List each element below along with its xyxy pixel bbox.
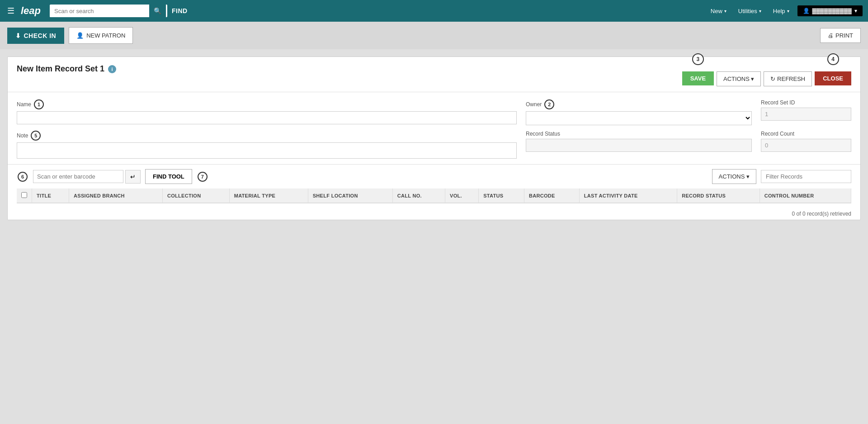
find-tool-button[interactable]: FIND TOOL [145, 169, 192, 184]
col-barcode: BARCODE [524, 188, 579, 203]
print-label: 🖨 PRINT [828, 32, 853, 39]
card-header: New Item Record Set 1 i 3 SAVE ACTIONS ▾… [8, 57, 860, 92]
record-status-label: Record Status [526, 131, 752, 137]
print-button[interactable]: 🖨 PRINT [820, 28, 861, 43]
topnav: ☰ leap 🔍 FIND New ▾ Utilities ▾ Help ▾ 👤… [0, 0, 868, 22]
search-button[interactable]: 🔍 [149, 5, 166, 17]
col-title: TITLE [32, 188, 69, 203]
record-set-id-label: Record Set ID [761, 99, 851, 106]
col-last-activity-date: LAST ACTIVITY DATE [579, 188, 677, 203]
new-arrow-icon: ▾ [724, 9, 726, 14]
barcode-badge: 6 [18, 172, 28, 182]
col-record-status: RECORD STATUS [677, 188, 760, 203]
toolbar-right: 🖨 PRINT [820, 28, 861, 43]
barcode-wrap: 6 ↵ [33, 170, 141, 184]
app-logo: leap [21, 5, 41, 17]
record-status-group: Record Status [526, 131, 752, 159]
name-field-group: Name 1 [17, 99, 517, 125]
save-button[interactable]: SAVE [682, 71, 714, 85]
note-textarea[interactable] [17, 142, 517, 159]
col-vol: VOL. [445, 188, 479, 203]
find-tool-wrap: FIND TOOL 7 [145, 169, 192, 184]
note-label-text: Note [17, 132, 28, 139]
barcode-enter-button[interactable]: ↵ [125, 170, 141, 184]
find-tool-badge: 7 [198, 172, 208, 182]
table-actions-button[interactable]: ACTIONS ▾ [712, 169, 756, 184]
toolbar: ⬇ CHECK IN 👤 NEW PATRON 🖨 PRINT [0, 22, 868, 49]
user-menu-button[interactable]: 👤 ▓▓▓▓▓▓▓▓▓▓ ▾ [797, 5, 863, 16]
utilities-arrow-icon: ▾ [759, 9, 761, 14]
new-patron-label: NEW PATRON [86, 32, 125, 39]
refresh-button[interactable]: ↻ REFRESH [764, 71, 812, 86]
table-toolbar: 6 ↵ FIND TOOL 7 ACTIONS ▾ [8, 164, 860, 188]
name-input[interactable] [17, 111, 517, 124]
checkin-label: CHECK IN [24, 32, 57, 39]
record-count-input: 0 [761, 139, 851, 152]
filter-input[interactable] [761, 170, 851, 183]
refresh-btn-wrap: ↻ REFRESH [764, 66, 812, 86]
user-label: ▓▓▓▓▓▓▓▓▓▓ [812, 8, 852, 14]
record-set-id-group: Record Set ID 1 [761, 99, 851, 125]
close-button[interactable]: CLOSE [815, 71, 851, 85]
col-material-type: MATERIAL TYPE [229, 188, 308, 203]
col-assigned-branch: ASSIGNED BRANCH [69, 188, 163, 203]
records-info: 0 of 0 record(s) retrieved [8, 208, 860, 220]
new-patron-button[interactable]: 👤 NEW PATRON [69, 27, 133, 44]
name-label-text: Name [17, 101, 31, 108]
col-call-no: CALL NO. [392, 188, 445, 203]
actions-btn-wrap: ACTIONS ▾ [717, 66, 761, 86]
form-row-1: Name 1 Owner 2 Record Set ID 1 [8, 92, 860, 131]
record-status-input [526, 139, 752, 152]
record-set-id-input[interactable]: 1 [761, 108, 851, 121]
note-field-group: Note 5 [17, 131, 517, 159]
close-badge-group: 4 CLOSE [815, 66, 851, 85]
col-control-number: CONTROL NUMBER [760, 188, 851, 203]
owner-field-group: Owner 2 [526, 99, 752, 125]
col-shelf-location: SHELF LOCATION [308, 188, 392, 203]
select-all-checkbox[interactable] [21, 192, 27, 198]
actions-button[interactable]: ACTIONS ▾ [717, 71, 761, 86]
table-header-row: TITLE ASSIGNED BRANCH COLLECTION MATERIA… [17, 188, 851, 203]
utilities-label: Utilities [738, 8, 757, 14]
col-checkbox [17, 188, 32, 203]
patron-icon: 👤 [76, 32, 84, 39]
card-title-text: New Item Record Set 1 [17, 64, 104, 74]
badge-4: 4 [827, 53, 839, 65]
table-toolbar-right: ACTIONS ▾ [712, 169, 851, 184]
note-label: Note 5 [17, 131, 517, 141]
hamburger-icon[interactable]: ☰ [5, 4, 16, 18]
new-menu-button[interactable]: New ▾ [707, 6, 730, 16]
main-content: New Item Record Set 1 i 3 SAVE ACTIONS ▾… [0, 49, 868, 227]
owner-label: Owner 2 [526, 99, 752, 109]
items-table: TITLE ASSIGNED BRANCH COLLECTION MATERIA… [17, 188, 851, 203]
table-wrap: TITLE ASSIGNED BRANCH COLLECTION MATERIA… [8, 188, 860, 208]
search-wrap: 🔍 [50, 5, 167, 17]
help-menu-button[interactable]: Help ▾ [769, 6, 793, 16]
search-input[interactable] [50, 5, 149, 17]
record-set-card: New Item Record Set 1 i 3 SAVE ACTIONS ▾… [7, 57, 861, 220]
table-head: TITLE ASSIGNED BRANCH COLLECTION MATERIA… [17, 188, 851, 203]
new-label: New [711, 8, 722, 14]
help-arrow-icon: ▾ [787, 9, 789, 14]
find-button[interactable]: FIND [172, 7, 188, 14]
owner-label-text: Owner [526, 101, 542, 108]
record-count-label: Record Count [761, 131, 851, 137]
info-icon[interactable]: i [108, 65, 116, 73]
col-collection: COLLECTION [162, 188, 229, 203]
note-badge: 5 [31, 131, 41, 141]
checkin-icon: ⬇ [15, 32, 21, 39]
checkin-button[interactable]: ⬇ CHECK IN [7, 28, 64, 44]
badge-3: 3 [692, 53, 704, 65]
card-title-area: New Item Record Set 1 i [17, 64, 116, 74]
record-count-group: Record Count 0 [761, 131, 851, 159]
barcode-input[interactable] [33, 170, 123, 183]
owner-select[interactable] [526, 111, 752, 125]
help-label: Help [773, 8, 785, 14]
col-status: STATUS [479, 188, 524, 203]
form-row-2: Note 5 Record Status Record Count 0 [8, 131, 860, 164]
user-icon: 👤 [803, 8, 810, 14]
user-arrow-icon: ▾ [854, 8, 857, 14]
name-badge: 1 [34, 99, 44, 109]
utilities-menu-button[interactable]: Utilities ▾ [735, 6, 765, 16]
name-label: Name 1 [17, 99, 517, 109]
